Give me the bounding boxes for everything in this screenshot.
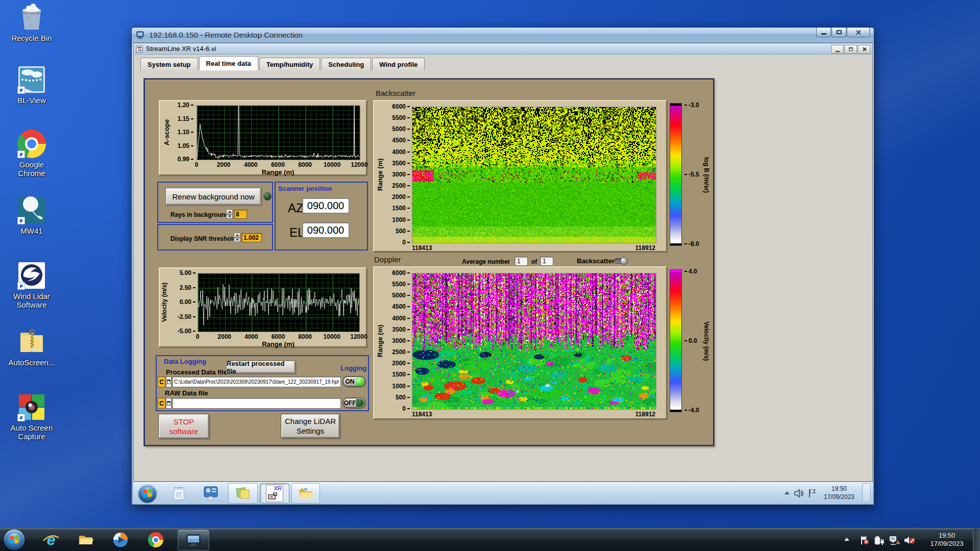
backscatter-x-ticks: 118413118912	[412, 244, 655, 252]
host-show-desktop-button[interactable]	[973, 529, 980, 551]
snr-spinner[interactable]	[234, 233, 240, 242]
raw-browse-button[interactable]	[166, 398, 172, 409]
renew-background-button[interactable]: Renew background now	[165, 188, 261, 205]
backscatter-toggle-switch[interactable]	[614, 258, 627, 264]
desktop-icon-bl-view[interactable]: BL-View	[5, 65, 58, 105]
remote-tray-show-hidden-icons[interactable]	[785, 491, 790, 494]
shortcut-arrow-icon	[17, 282, 25, 290]
rays-in-background-label: Rays in background	[170, 211, 229, 218]
backscatter-title: Backscatter	[376, 89, 415, 97]
remote-taskbar: XR 19:50 17/09/2023	[133, 482, 873, 504]
remote-tray-volume-icon[interactable]	[794, 489, 804, 500]
remote-taskbar-notepad-icon[interactable]	[171, 486, 186, 503]
host-tray-action-center-icon[interactable]	[860, 535, 870, 547]
restart-processed-file-button[interactable]: Restart processed file	[226, 361, 296, 373]
processed-browse-button[interactable]	[166, 377, 172, 387]
host-taskbar-rdp-button[interactable]	[178, 530, 209, 550]
remote-screen: StreamLine XR v14-6.vi System setup Real…	[133, 43, 873, 504]
remote-tray-clock[interactable]: 19:50 17/09/2023	[819, 485, 859, 501]
host-tray-volume-muted-icon[interactable]	[903, 535, 916, 547]
remote-start-button[interactable]	[138, 484, 157, 503]
change-lidar-settings-button[interactable]: Change LiDAR Settings	[281, 414, 339, 438]
sticky-notes-icon	[235, 486, 251, 501]
remote-clock-time: 19:50	[819, 485, 859, 493]
tab-scheduling[interactable]: Scheduling	[321, 58, 371, 70]
raw-drive-button[interactable]: C	[158, 398, 165, 409]
backscatter-colorbar-ticks: -3.0-5.5-8.0	[684, 105, 703, 244]
rays-spinner[interactable]	[226, 209, 233, 219]
close-icon	[862, 47, 867, 52]
desktop-icon-recycle-bin[interactable]: Recycle Bin	[5, 3, 58, 42]
doppler-colorbar-label: Velocity (m/s)	[703, 278, 710, 405]
doppler-x-ticks: 118413118912	[412, 411, 655, 418]
desktop-icon-google-chrome[interactable]: Google Chrome	[5, 130, 58, 178]
velocity-x-ticks: 020004000600080001000012000	[198, 333, 359, 340]
remote-taskbar-monitor-app-icon[interactable]	[203, 486, 219, 503]
desktop-icon-wind-lidar[interactable]: Wind Lidar Software	[5, 261, 58, 309]
close-icon	[855, 30, 861, 35]
scanner-position-box: Scanner position AZ 090.000 EL 090.000	[275, 182, 368, 251]
host-start-button[interactable]	[4, 530, 24, 550]
backscatter-colorbar	[670, 103, 682, 246]
average-number-label: Average number	[462, 258, 510, 265]
desktop-icon-autoscreen-zip[interactable]: AutoScreen...	[5, 328, 58, 367]
host-tray-power-icon[interactable]	[874, 535, 885, 547]
host-taskbar-explorer-icon[interactable]	[78, 532, 94, 548]
app-minimize-button[interactable]	[831, 45, 844, 54]
processed-drive-button[interactable]: C	[158, 377, 165, 387]
processed-path-field[interactable]: C:\Lidar\Data\Proc\2023\202309\20230917\…	[172, 377, 341, 387]
host-taskbar-chrome-icon[interactable]	[148, 532, 163, 547]
raw-data-file-label: RAW Data file	[165, 389, 208, 397]
backscatter-y-axis-label: Range (m)	[376, 107, 384, 242]
data-logging-title: Data Logging	[164, 358, 206, 365]
el-value-field[interactable]: 090.000	[302, 222, 349, 238]
remote-taskbar-sticky-notes-button[interactable]	[228, 483, 258, 504]
remote-tray-flag-icon[interactable]	[808, 488, 817, 500]
doppler-colorbar-ticks: 4.00.0-4.0	[684, 271, 703, 410]
desktop-icon-label: Google Chrome	[5, 160, 58, 178]
tab-system-setup[interactable]: System setup	[140, 58, 198, 70]
average-number-field[interactable]: 1	[514, 257, 528, 266]
rdp-minimize-button[interactable]	[816, 28, 831, 37]
velocity-x-axis-label: Range (m)	[198, 340, 359, 348]
host-taskbar-ie-icon[interactable]: e	[43, 532, 59, 548]
zip-folder-icon	[17, 328, 46, 356]
tab-real-time-data[interactable]: Real time data	[199, 56, 258, 70]
raw-path-field[interactable]	[172, 398, 341, 409]
app-close-button[interactable]	[858, 45, 870, 54]
host-tray-clock[interactable]: 19:50 17/09/2023	[925, 532, 969, 548]
app-restore-button[interactable]	[845, 45, 857, 54]
rdp-maximize-button[interactable]	[831, 28, 846, 37]
host-taskbar-media-player-icon[interactable]	[112, 532, 129, 550]
snr-value-field[interactable]: 1.002	[241, 233, 262, 242]
remote-show-desktop-button[interactable]	[862, 483, 871, 503]
processed-logging-toggle[interactable]: ON	[342, 376, 365, 387]
doppler-heatmap-canvas	[412, 273, 656, 410]
desktop-icon-auto-screen-capture[interactable]: Auto Screen Capture	[5, 393, 58, 441]
az-label: AZ	[288, 201, 304, 215]
tab-temp-humidity[interactable]: Temp/humidity	[259, 58, 320, 70]
doppler-y-ticks: 6000550050004500400035003000250020001500…	[386, 273, 410, 409]
ascope-axis-label: A-scope	[163, 105, 170, 159]
of-label: of	[531, 258, 537, 265]
tab-wind-profile[interactable]: Wind profile	[372, 58, 425, 70]
remote-taskbar-streamline-xr-button[interactable]: XR	[260, 483, 289, 504]
desktop-icon-label: Recycle Bin	[5, 34, 58, 42]
snr-threshold-label: Display SNR threshold	[170, 235, 236, 242]
minimize-icon	[821, 33, 826, 35]
raw-logging-toggle[interactable]: OFF	[342, 397, 365, 408]
stop-software-button[interactable]: STOP software	[159, 414, 209, 438]
desktop-icon-mw41[interactable]: MW41	[5, 196, 58, 235]
host-tray-network-icon[interactable]	[889, 535, 900, 547]
rays-value-field[interactable]: 8	[234, 210, 247, 219]
rdp-title-bar[interactable]: 192.168.0.150 - Remote Desktop Connectio…	[132, 28, 874, 43]
off-label: OFF	[344, 399, 356, 407]
app-title-bar[interactable]: StreamLine XR v14-6.vi	[134, 43, 872, 55]
az-value-field[interactable]: 090.000	[302, 198, 349, 213]
logging-off-led	[356, 399, 364, 407]
average-count-field[interactable]: 1	[540, 257, 553, 266]
rdp-close-button[interactable]	[847, 28, 870, 37]
remote-taskbar-explorer-button[interactable]	[291, 483, 320, 504]
host-tray-show-hidden-icons[interactable]	[844, 538, 849, 541]
background-controls-box: Renew background now Rays in background …	[157, 182, 273, 223]
